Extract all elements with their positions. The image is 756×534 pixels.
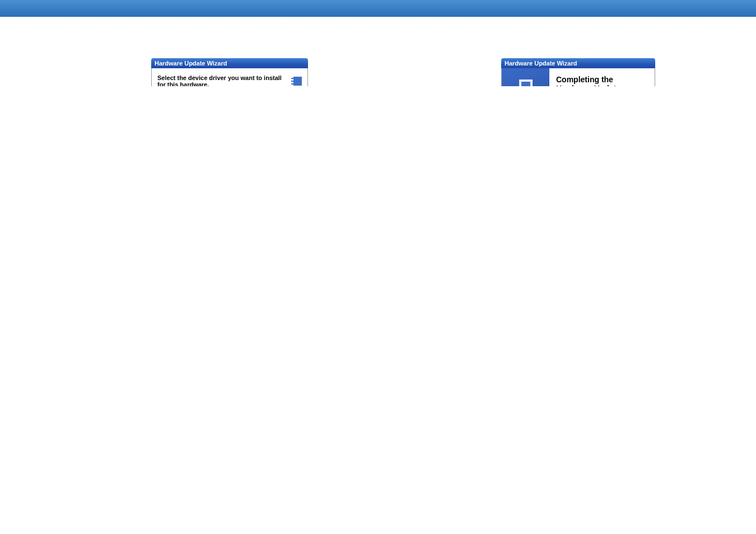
completion-heading: Completing the Hardware Update Wizard xyxy=(556,75,648,86)
window-title: Hardware Update Wizard xyxy=(501,58,655,68)
svg-rect-13 xyxy=(521,82,530,86)
screenshot-completing-wizard: Hardware Update Wizard Completing the Ha… xyxy=(501,58,655,86)
wizard-sidebar-chip-icon xyxy=(515,75,537,86)
screenshot-install-from-disk: Hardware Update Wizard Select the device… xyxy=(151,58,308,86)
device-chip-icon xyxy=(290,73,302,86)
window-title: Hardware Update Wizard xyxy=(151,58,308,68)
doc-header-bar xyxy=(0,0,756,17)
wizard-header-text: Select the device driver you want to ins… xyxy=(157,74,290,86)
svg-rect-0 xyxy=(293,77,302,86)
